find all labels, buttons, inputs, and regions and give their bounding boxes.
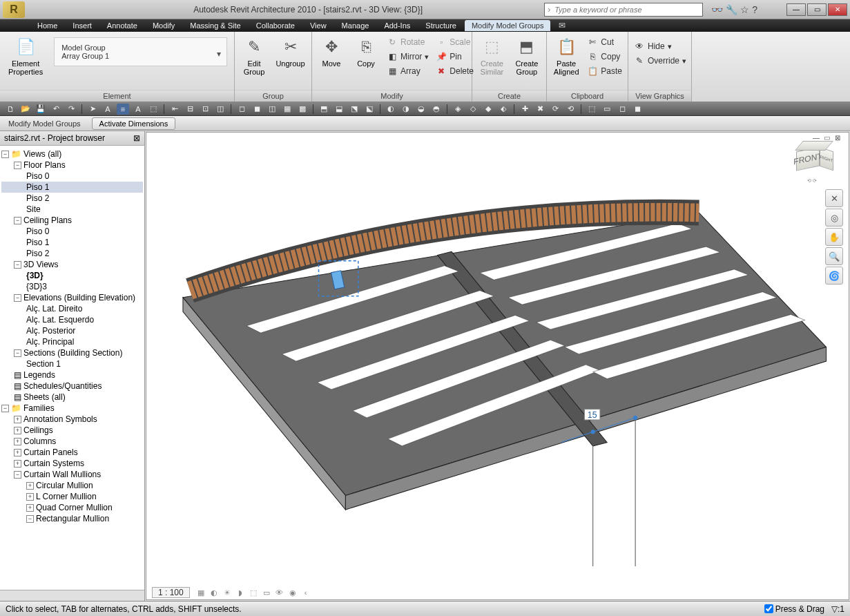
star-icon[interactable]: ☆ bbox=[740, 4, 749, 15]
tab-massing[interactable]: Massing & Site bbox=[183, 20, 247, 31]
tree-item[interactable]: Piso 2 bbox=[1, 248, 143, 259]
tree-item[interactable]: ▤ Sheets (all) bbox=[1, 392, 143, 403]
tree-item[interactable]: +Curtain Panels bbox=[1, 447, 143, 458]
tree-item[interactable]: Site bbox=[1, 204, 143, 215]
sun-icon[interactable]: ☀ bbox=[222, 587, 233, 598]
wrench-icon[interactable]: 🔧 bbox=[726, 4, 737, 15]
help-icon[interactable]: ? bbox=[752, 4, 757, 15]
tree-item[interactable]: −Rectangular Mullion bbox=[1, 513, 143, 524]
qat-thin-lines-icon[interactable]: ≡ bbox=[117, 104, 129, 115]
tab-modify[interactable]: Modify bbox=[146, 20, 182, 31]
qat-new-icon[interactable]: 🗋 bbox=[4, 104, 17, 115]
tree-item[interactable]: +Annotation Symbols bbox=[1, 414, 143, 425]
tab-addins[interactable]: Add-Ins bbox=[377, 20, 417, 31]
qat-misc-icon[interactable]: ▭ bbox=[601, 104, 613, 115]
qat-misc-icon[interactable]: ⬒ bbox=[318, 104, 330, 115]
nav-close-icon[interactable]: ✕ bbox=[825, 189, 843, 207]
app-logo-icon[interactable]: R bbox=[3, 1, 25, 18]
qat-misc-icon[interactable]: ⬕ bbox=[363, 104, 376, 115]
tree-item[interactable]: Alç. Posterior bbox=[1, 325, 143, 336]
rotate-button[interactable]: ↻Rotate bbox=[385, 36, 430, 48]
qat-misc-icon[interactable]: ◈ bbox=[452, 104, 464, 115]
cut-button[interactable]: ✄Cut bbox=[586, 36, 624, 48]
tree-item[interactable]: Piso 2 bbox=[1, 193, 143, 204]
qat-misc-icon[interactable]: ✖ bbox=[534, 104, 546, 115]
qat-misc-icon[interactable]: ⬖ bbox=[497, 104, 510, 115]
paste-button[interactable]: 📋Paste bbox=[586, 65, 624, 77]
qat-misc-icon[interactable]: ◼ bbox=[631, 104, 644, 115]
tree-item[interactable]: Piso 0 bbox=[1, 171, 143, 182]
qat-misc-icon[interactable]: ◻ bbox=[616, 104, 628, 115]
binoculars-icon[interactable]: 👓 bbox=[711, 4, 723, 15]
3d-viewport[interactable]: — ▭ ⊠ bbox=[146, 132, 849, 600]
tree-item[interactable]: +Circular Mullion bbox=[1, 480, 143, 491]
type-selector[interactable]: Model Group Array Group 1 ▾ bbox=[54, 37, 227, 66]
shadow-icon[interactable]: ◗ bbox=[235, 587, 246, 598]
minimize-button[interactable]: — bbox=[786, 3, 806, 16]
tree-item[interactable]: ▤ Schedules/Quantities bbox=[1, 381, 143, 392]
qat-open-icon[interactable]: 📂 bbox=[19, 104, 32, 115]
qat-misc-icon[interactable]: ⬔ bbox=[348, 104, 360, 115]
tab-view[interactable]: View bbox=[303, 20, 334, 31]
tab-modify-model-groups[interactable]: Modify Model Groups bbox=[465, 20, 551, 31]
press-drag-checkbox[interactable]: Press & Drag bbox=[764, 604, 824, 614]
qat-misc-icon[interactable]: ▩ bbox=[296, 104, 309, 115]
filter-icon[interactable]: ▽:1 bbox=[831, 604, 844, 614]
edit-group-button[interactable]: ✎ Edit Group bbox=[239, 35, 269, 77]
nav-pan-icon[interactable]: ✋ bbox=[825, 228, 843, 246]
tree-item[interactable]: Alç. Principal bbox=[1, 336, 143, 347]
tab-insert[interactable]: Insert bbox=[66, 20, 99, 31]
qat-trim-icon[interactable]: ⊡ bbox=[199, 104, 211, 115]
scale-button[interactable]: 1 : 100 bbox=[152, 587, 190, 598]
element-properties-button[interactable]: 📄 Element Properties bbox=[4, 35, 47, 77]
qat-offset-icon[interactable]: ◫ bbox=[214, 104, 226, 115]
delete-button[interactable]: ✖Delete bbox=[434, 65, 475, 77]
qat-misc-icon[interactable]: ◻ bbox=[235, 104, 248, 115]
tree-item[interactable]: Piso 1 bbox=[1, 182, 143, 193]
tab-collaborate[interactable]: Collaborate bbox=[249, 20, 302, 31]
qat-save-icon[interactable]: 💾 bbox=[35, 104, 47, 115]
create-group-button[interactable]: ⬒ Create Group bbox=[512, 35, 542, 77]
qat-3d-icon[interactable]: ⬚ bbox=[147, 104, 160, 115]
qat-misc-icon[interactable]: ◼ bbox=[251, 104, 263, 115]
tab-annotate[interactable]: Annotate bbox=[100, 20, 144, 31]
qat-misc-icon[interactable]: ⟳ bbox=[549, 104, 561, 115]
tab-home[interactable]: Home bbox=[30, 20, 64, 31]
tree-item[interactable]: Piso 1 bbox=[1, 237, 143, 248]
close-button[interactable]: ✕ bbox=[828, 3, 847, 16]
qat-misc-icon[interactable]: ⟲ bbox=[564, 104, 577, 115]
qat-misc-icon[interactable]: ◇ bbox=[467, 104, 479, 115]
tree-item[interactable]: +Curtain Systems bbox=[1, 458, 143, 469]
tree-item[interactable]: Alç. Lat. Direito bbox=[1, 303, 143, 314]
qat-undo-icon[interactable]: ↶ bbox=[50, 104, 62, 115]
nav-orbit-icon[interactable]: 🌀 bbox=[825, 267, 843, 285]
mail-icon[interactable]: ✉ bbox=[552, 21, 572, 30]
tree-item[interactable]: +L Corner Mullion bbox=[1, 491, 143, 502]
copy-clip-button[interactable]: ⎘Copy bbox=[586, 50, 624, 63]
qat-misc-icon[interactable]: ◒ bbox=[415, 104, 427, 115]
tree-item[interactable]: Piso 0 bbox=[1, 226, 143, 237]
visual-style-icon[interactable]: ◐ bbox=[209, 587, 220, 598]
qat-redo-icon[interactable]: ↷ bbox=[65, 104, 77, 115]
tree-item[interactable]: −Curtain Wall Mullions bbox=[1, 469, 143, 480]
move-button[interactable]: ✥ Move bbox=[316, 35, 347, 69]
ungroup-button[interactable]: ✂ Ungroup bbox=[273, 35, 307, 69]
qat-align-icon[interactable]: ⇤ bbox=[168, 104, 181, 115]
qat-misc-icon[interactable]: ◓ bbox=[430, 104, 443, 115]
tree-item[interactable]: +Columns bbox=[1, 436, 143, 447]
tree-item[interactable]: ▤ Legends bbox=[1, 369, 143, 381]
qat-misc-icon[interactable]: ◆ bbox=[482, 104, 494, 115]
activate-dimensions-button[interactable]: Activate Dimensions bbox=[92, 117, 176, 130]
qat-text-icon[interactable]: A bbox=[102, 104, 114, 115]
project-tree[interactable]: −📁 Views (all) −Floor Plans Piso 0 Piso … bbox=[0, 146, 144, 590]
qat-misc-icon[interactable]: ⬓ bbox=[333, 104, 345, 115]
crop-icon[interactable]: ⬚ bbox=[248, 587, 259, 598]
tree-item[interactable]: {3D} bbox=[1, 270, 143, 281]
nav-wheel-icon[interactable]: ◎ bbox=[825, 209, 843, 227]
qat-split-icon[interactable]: ⊟ bbox=[184, 104, 196, 115]
detail-level-icon[interactable]: ▦ bbox=[195, 587, 206, 598]
qat-misc-icon[interactable]: ◐ bbox=[385, 104, 397, 115]
qat-misc-icon[interactable]: ▦ bbox=[281, 104, 293, 115]
override-button[interactable]: ✎Override ▾ bbox=[632, 55, 688, 67]
array-button[interactable]: ▦Array bbox=[385, 65, 430, 77]
